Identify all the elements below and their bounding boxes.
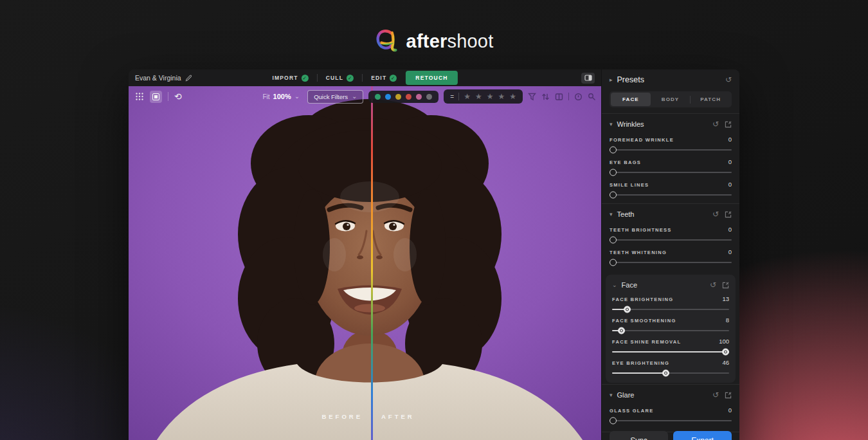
slider-track[interactable]: [610, 149, 732, 151]
aftershoot-logo-icon: [375, 28, 399, 54]
slider-label: EYE BRIGHTENING: [612, 360, 669, 366]
color-dot-green[interactable]: [375, 94, 381, 100]
canvas-toolbar-right: Fit 100% ⌄ Quick Filters ⌄: [263, 89, 597, 104]
step-edit[interactable]: EDIT ✓: [371, 75, 397, 82]
quick-filters-label: Quick Filters: [314, 93, 348, 100]
app-window: Evan & Virginia IMPORT ✓ CULL ✓ EDIT: [129, 69, 739, 440]
slider-track[interactable]: [612, 372, 729, 374]
slider-thumb[interactable]: [610, 417, 617, 425]
history-icon[interactable]: ⟲: [174, 92, 182, 101]
photo-canvas[interactable]: BEFORE AFTER ⟲: [129, 86, 601, 440]
slider-value: 0: [728, 226, 732, 233]
slider-thumb[interactable]: [722, 349, 729, 356]
star-icon[interactable]: ★: [498, 93, 505, 100]
step-cull[interactable]: CULL ✓: [326, 75, 354, 82]
grid-view-icon[interactable]: [135, 92, 144, 101]
slider-thumb[interactable]: [610, 169, 617, 176]
tab-body[interactable]: BODY: [651, 93, 691, 106]
slider-track[interactable]: [612, 330, 729, 331]
section-glare-header[interactable]: ▾ Glare ↺: [610, 390, 732, 399]
project-name-group[interactable]: Evan & Virginia: [135, 74, 192, 82]
edit-section-icon[interactable]: [722, 282, 729, 289]
section-teeth-header[interactable]: ▾ Teeth ↺: [610, 209, 732, 218]
single-view-button[interactable]: [150, 91, 162, 103]
tab-face[interactable]: FACE: [611, 93, 651, 106]
zoom-level: 100%: [273, 93, 291, 100]
step-separator: [317, 74, 318, 82]
step-edit-label: EDIT: [371, 75, 386, 81]
slider-thumb[interactable]: [610, 259, 617, 266]
titlebar: Evan & Virginia IMPORT ✓ CULL ✓ EDIT: [129, 69, 601, 86]
sync-button[interactable]: Sync: [610, 431, 668, 440]
equals-operator[interactable]: =: [450, 93, 454, 100]
slider-track[interactable]: [610, 194, 732, 196]
fit-label: Fit: [263, 93, 270, 100]
reset-section-icon[interactable]: ↺: [712, 210, 719, 218]
slider-thumb[interactable]: [610, 237, 617, 244]
slider-track[interactable]: [610, 239, 732, 241]
edit-section-icon[interactable]: [725, 392, 732, 399]
slider-track[interactable]: [610, 262, 732, 263]
edit-section-icon[interactable]: [725, 211, 732, 218]
sidebar-toggle-icon: [584, 75, 592, 81]
info-circle-icon[interactable]: [574, 93, 583, 101]
slider-eye-bags: EYE BAGS0: [610, 158, 732, 173]
presets-panel: ▸ Presets ↺ FACE BODY PATCH ▾ Wrinkles ↺…: [601, 69, 739, 440]
slider-forehead-wrinkle: FOREHEAD WRINKLE0: [610, 136, 732, 151]
zoom-magnifier-icon[interactable]: [588, 93, 596, 101]
star-icon[interactable]: ★: [509, 93, 516, 100]
filter-funnel-icon[interactable]: [528, 93, 536, 101]
reset-section-icon[interactable]: ↺: [712, 120, 719, 128]
slider-track[interactable]: [612, 309, 729, 310]
color-dot-gray[interactable]: [426, 94, 432, 100]
slider-label: FOREHEAD WRINKLE: [610, 137, 674, 143]
slider-track[interactable]: [610, 172, 732, 173]
slider-thumb[interactable]: [662, 370, 669, 377]
section-title: Glare: [617, 391, 635, 399]
edit-section-icon[interactable]: [725, 121, 732, 128]
star-icon[interactable]: ★: [464, 93, 471, 100]
zoom-control[interactable]: Fit 100% ⌄: [263, 93, 300, 100]
quick-filters-button[interactable]: Quick Filters ⌄: [307, 90, 363, 104]
retouch-button[interactable]: RETOUCH: [406, 71, 457, 85]
star-icon[interactable]: ★: [487, 93, 494, 100]
slider-value: 0: [728, 407, 732, 414]
star-icon[interactable]: ★: [475, 93, 482, 100]
slider-track[interactable]: [610, 420, 732, 421]
step-cull-label: CULL: [326, 75, 343, 81]
section-title: Wrinkles: [617, 120, 644, 128]
before-after-divider[interactable]: [371, 86, 373, 440]
section-wrinkles-header[interactable]: ▾ Wrinkles ↺: [610, 119, 732, 128]
color-dot-blue[interactable]: [385, 94, 391, 100]
workflow-steps: IMPORT ✓ CULL ✓ EDIT ✓ RETOUCH: [272, 71, 457, 85]
reset-section-icon[interactable]: ↺: [710, 281, 716, 289]
slider-value: 0: [728, 136, 732, 143]
section-title: Face: [622, 281, 637, 289]
presets-header[interactable]: ▸ Presets ↺: [602, 69, 739, 88]
color-dot-red[interactable]: [406, 94, 411, 100]
slider-smile-lines: SMILE LINES0: [610, 181, 732, 196]
export-button[interactable]: Export: [673, 431, 732, 440]
step-import[interactable]: IMPORT ✓: [272, 75, 308, 82]
slider-thumb[interactable]: [610, 147, 617, 154]
slider-track[interactable]: [612, 351, 729, 353]
color-dot-yellow[interactable]: [395, 94, 401, 100]
reset-section-icon[interactable]: ↺: [712, 391, 719, 399]
tab-patch[interactable]: PATCH: [691, 93, 730, 106]
slider-face-shine-removal: FACE SHINE REMOVAL100: [612, 338, 729, 353]
panel-toggle-button[interactable]: [581, 73, 595, 84]
slider-thumb[interactable]: [618, 327, 625, 335]
slider-value: 46: [722, 359, 729, 366]
slider-thumb[interactable]: [624, 306, 631, 313]
section-face-header[interactable]: ⌄ Face ↺: [612, 280, 729, 289]
section-wrinkles: ▾ Wrinkles ↺ FOREHEAD WRINKLE0 EYE BAGS0…: [602, 113, 739, 203]
slider-thumb[interactable]: [610, 192, 617, 199]
portrait-photo: [129, 86, 601, 440]
reset-all-icon[interactable]: ↺: [725, 76, 732, 84]
slider-label: EYE BAGS: [610, 160, 641, 165]
color-dot-pink[interactable]: [416, 94, 422, 100]
split-view-icon[interactable]: [555, 93, 563, 101]
edit-pencil-icon[interactable]: [185, 75, 192, 82]
sort-icon[interactable]: [541, 93, 550, 101]
slider-value: 0: [728, 181, 732, 188]
